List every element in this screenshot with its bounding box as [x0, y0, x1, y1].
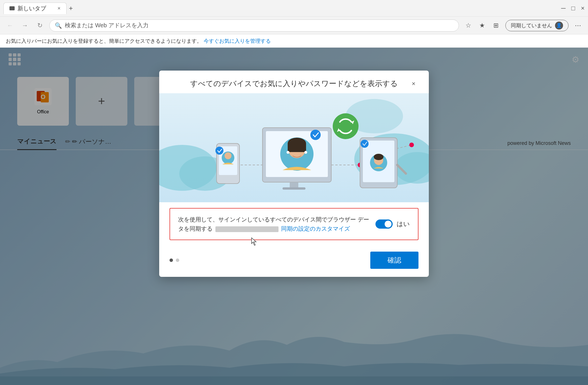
page-dot-2 [176, 258, 179, 262]
svg-point-21 [215, 147, 223, 155]
address-bar-row: ← → ↻ 🔍 検索または Web アドレスを入力 ☆ ★ ⊞ 同期していません… [0, 17, 588, 34]
forward-button[interactable]: → [20, 20, 30, 31]
new-tab-content: ⚙ O Office + [0, 48, 588, 385]
svg-point-20 [225, 152, 231, 159]
modal-footer: 確認 [159, 246, 429, 277]
modal-overlay[interactable]: すべてのデバイスでお気に入りやパスワードなどを表示する × [0, 48, 588, 385]
toolbar-icons: ☆ ★ ⊞ [463, 20, 501, 31]
confirm-button[interactable]: 確認 [370, 252, 418, 269]
info-bar: お気に入りバーにお気に入りを登録すると、簡単にアクセスできるようになります。 今… [0, 34, 588, 48]
window-controls: ─ □ × [561, 5, 585, 12]
svg-point-30 [287, 151, 289, 154]
toggle-area: はい [375, 219, 410, 229]
browser-window: 新しいタブ × + ─ □ × ← → ↻ 🔍 検索または Web アドレスを入… [0, 0, 588, 385]
modal-title: すべてのデバイスでお気に入りやパスワードなどを表示する [179, 79, 409, 89]
avatar: 👤 [555, 22, 563, 30]
sync-description-text: 次を使用して、サインインしているすべてのデバイス間でブラウザー データを同期する… [178, 215, 370, 233]
manage-favorites-link[interactable]: 今すぐお気に入りを管理する [204, 38, 271, 44]
browser-tab[interactable]: 新しいタブ × [3, 3, 67, 14]
blurred-account [215, 226, 279, 232]
modal-illustration [159, 93, 429, 202]
back-button[interactable]: ← [5, 20, 15, 31]
svg-point-41 [361, 140, 369, 148]
svg-rect-24 [290, 182, 298, 188]
reading-list-button[interactable]: ★ [477, 20, 488, 31]
svg-rect-29 [288, 143, 306, 152]
maximize-button[interactable]: □ [571, 5, 575, 12]
tab-close-button[interactable]: × [57, 5, 61, 11]
sync-toggle[interactable] [375, 219, 393, 229]
search-icon: 🔍 [55, 22, 62, 29]
close-button[interactable]: × [581, 5, 585, 12]
title-bar: 新しいタブ × + ─ □ × [0, 0, 588, 17]
tab-title: 新しいタブ [17, 5, 52, 12]
sync-label: 同期していません [511, 22, 552, 29]
sync-settings-box: 次を使用して、サインインしているすべてのデバイス間でブラウザー データを同期する… [170, 208, 418, 240]
favorites-star-button[interactable]: ☆ [463, 20, 474, 31]
svg-rect-25 [283, 187, 305, 190]
illustration-svg [159, 93, 429, 202]
address-bar[interactable]: 🔍 検索または Web アドレスを入力 [49, 20, 459, 32]
toggle-label: はい [397, 220, 410, 228]
minimize-button[interactable]: ─ [561, 5, 566, 12]
modal-close-button[interactable]: × [409, 79, 418, 89]
svg-point-31 [304, 151, 307, 154]
sync-modal: すべてのデバイスでお気に入りやパスワードなどを表示する × [159, 71, 429, 277]
svg-point-40 [374, 154, 383, 160]
tab-favicon [9, 6, 15, 10]
svg-point-16 [409, 143, 414, 147]
collections-button[interactable]: ⊞ [490, 20, 501, 31]
customize-sync-link[interactable]: 同期の設定のカスタマイズ [281, 225, 350, 232]
address-input[interactable]: 検索または Web アドレスを入力 [65, 22, 149, 29]
more-button[interactable]: ⋯ [573, 20, 583, 31]
page-dot-1 [170, 258, 173, 262]
modal-header: すべてのデバイスでお気に入りやパスワードなどを表示する × [159, 71, 429, 93]
new-tab-button[interactable]: + [69, 4, 73, 12]
page-indicator [170, 258, 179, 262]
svg-point-32 [310, 130, 321, 140]
svg-point-33 [333, 113, 359, 139]
sync-button[interactable]: 同期していません 👤 [505, 20, 568, 31]
refresh-button[interactable]: ↻ [34, 20, 45, 31]
info-bar-text: お気に入りバーにお気に入りを登録すると、簡単にアクセスできるようになります。 [6, 38, 202, 44]
